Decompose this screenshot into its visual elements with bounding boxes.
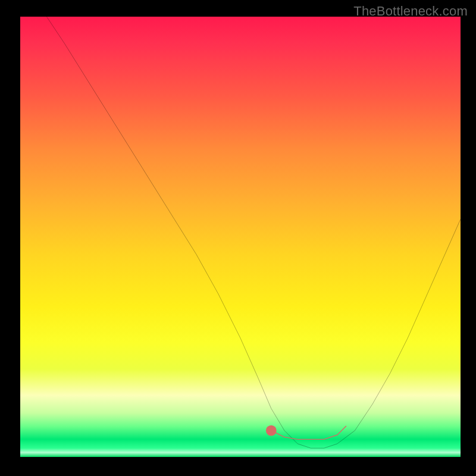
chart-svg: [20, 17, 461, 457]
chart-plot-area: [20, 17, 461, 457]
optimal-start-dot: [266, 425, 277, 436]
watermark-text: TheBottleneck.com: [353, 4, 468, 19]
bottleneck-curve-path: [46, 17, 461, 448]
optimal-segment-path: [271, 426, 346, 439]
